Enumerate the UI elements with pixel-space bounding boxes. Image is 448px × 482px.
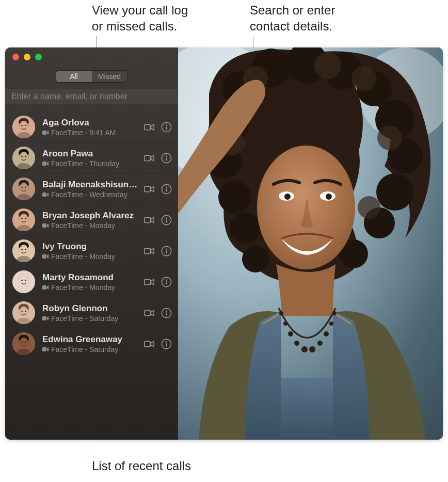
- svg-point-119: [332, 311, 337, 315]
- fullscreen-window-button[interactable]: [35, 54, 42, 60]
- call-actions: [143, 183, 173, 196]
- call-row[interactable]: Ivy TruongFaceTime - Monday: [5, 235, 178, 266]
- svg-rect-15: [42, 161, 46, 165]
- svg-rect-66: [145, 310, 151, 316]
- svg-point-13: [21, 156, 23, 157]
- video-call-button[interactable]: [143, 307, 156, 319]
- svg-point-97: [242, 246, 269, 272]
- svg-point-58: [166, 279, 167, 281]
- tab-missed[interactable]: Missed: [92, 71, 127, 82]
- avatar: [12, 147, 35, 169]
- info-button[interactable]: [160, 245, 173, 258]
- svg-point-14: [25, 156, 26, 157]
- svg-rect-6: [145, 124, 151, 130]
- call-type-time: FaceTime - Saturday: [51, 314, 118, 323]
- svg-rect-36: [145, 217, 151, 223]
- svg-point-73: [21, 342, 23, 343]
- call-actions: [143, 338, 173, 350]
- info-button[interactable]: [160, 152, 173, 165]
- info-button[interactable]: [160, 183, 173, 196]
- call-row[interactable]: Marty RosamondFaceTime - Monday: [5, 266, 178, 297]
- svg-point-108: [326, 194, 332, 200]
- avatar: [12, 301, 35, 324]
- svg-point-116: [317, 341, 323, 346]
- svg-point-115: [309, 346, 315, 352]
- svg-rect-65: [42, 316, 46, 320]
- svg-point-54: [25, 280, 26, 281]
- avatar: [12, 270, 35, 293]
- call-actions: [143, 276, 173, 288]
- video-icon: [42, 221, 49, 230]
- video-icon: [42, 128, 49, 137]
- contact-name: Balaji Meenakshisun…: [42, 180, 140, 190]
- svg-point-107: [284, 194, 291, 200]
- call-meta: FaceTime - Monday: [42, 283, 140, 292]
- call-actions: [143, 214, 173, 227]
- call-row[interactable]: Aga OrlovaFaceTime - 9:41 AM: [5, 111, 178, 142]
- info-button[interactable]: [160, 214, 173, 227]
- avatar: [12, 332, 35, 355]
- svg-point-114: [301, 346, 308, 352]
- call-type-time: FaceTime - 9:41 AM: [51, 128, 116, 137]
- call-row[interactable]: Robyn GlennonFaceTime - Saturday: [5, 297, 178, 328]
- sidebar: All Missed Aga OrlovaFaceTime - 9:41 AM …: [5, 47, 178, 440]
- svg-point-90: [376, 173, 413, 211]
- svg-point-99: [314, 52, 341, 79]
- call-actions: [143, 121, 173, 134]
- call-info: Ivy TruongFaceTime - Monday: [42, 242, 140, 261]
- video-call-button[interactable]: [143, 183, 156, 196]
- svg-point-111: [283, 322, 287, 326]
- svg-point-63: [21, 311, 23, 312]
- svg-point-48: [166, 248, 167, 250]
- recent-calls-list: Aga OrlovaFaceTime - 9:41 AM Aroon PawaF…: [5, 104, 178, 440]
- search-input[interactable]: [5, 89, 178, 104]
- video-icon: [42, 314, 49, 323]
- callout-tabs: View your call log or missed calls.: [92, 2, 188, 34]
- video-icon: [42, 252, 49, 261]
- svg-point-78: [166, 341, 167, 343]
- svg-point-4: [25, 125, 26, 126]
- video-call-button[interactable]: [143, 121, 156, 134]
- video-call-button[interactable]: [143, 214, 156, 227]
- call-row[interactable]: Balaji Meenakshisun…FaceTime - Wednesday: [5, 173, 178, 204]
- svg-point-117: [324, 331, 329, 336]
- call-actions: [143, 307, 173, 319]
- contact-name: Marty Rosamond: [42, 272, 140, 283]
- svg-rect-55: [42, 285, 46, 289]
- svg-rect-75: [42, 347, 46, 351]
- svg-rect-26: [145, 186, 151, 192]
- svg-point-74: [25, 342, 26, 343]
- call-type-time: FaceTime - Thursday: [51, 159, 119, 168]
- call-row[interactable]: Bryan Joseph AlvarezFaceTime - Monday: [5, 204, 178, 235]
- video-call-button[interactable]: [143, 245, 156, 258]
- call-row[interactable]: Aroon PawaFaceTime - Thursday: [5, 142, 178, 173]
- avatar: [12, 178, 35, 200]
- contact-name: Edwina Greenaway: [42, 334, 140, 345]
- svg-point-94: [218, 181, 251, 214]
- call-info: Robyn GlennonFaceTime - Saturday: [42, 303, 140, 323]
- svg-point-44: [25, 249, 26, 250]
- video-call-button[interactable]: [143, 338, 156, 350]
- close-window-button[interactable]: [12, 54, 19, 60]
- svg-rect-109: [281, 378, 333, 440]
- info-button[interactable]: [160, 338, 173, 350]
- tab-all[interactable]: All: [56, 71, 92, 82]
- minimize-window-button[interactable]: [24, 54, 30, 60]
- call-meta: FaceTime - Monday: [42, 252, 140, 261]
- call-row[interactable]: Edwina GreenawayFaceTime - Saturday: [5, 328, 178, 359]
- svg-point-64: [25, 311, 26, 312]
- call-meta: FaceTime - Wednesday: [42, 190, 140, 199]
- video-icon: [42, 190, 49, 199]
- contact-name: Bryan Joseph Alvarez: [42, 211, 140, 221]
- call-type-time: FaceTime - Wednesday: [51, 190, 127, 199]
- svg-point-68: [166, 310, 167, 312]
- video-call-button[interactable]: [143, 152, 156, 165]
- avatar: [12, 116, 35, 138]
- info-button[interactable]: [160, 276, 173, 288]
- avatar: [12, 239, 35, 262]
- video-call-button[interactable]: [143, 276, 156, 288]
- svg-point-53: [21, 280, 23, 281]
- info-button[interactable]: [160, 121, 173, 134]
- info-button[interactable]: [160, 307, 173, 319]
- call-info: Bryan Joseph AlvarezFaceTime - Monday: [42, 211, 140, 230]
